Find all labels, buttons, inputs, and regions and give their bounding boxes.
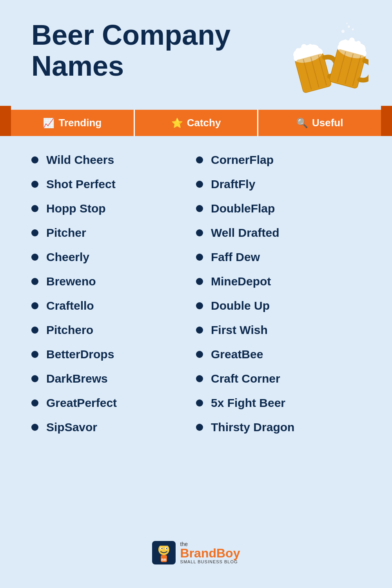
list-item: GreatBee (196, 342, 361, 367)
name-text: Well Drafted (211, 226, 279, 240)
bullet-point (31, 351, 38, 358)
useful-icon: 🔍 (296, 118, 308, 129)
name-text: CornerFlap (211, 153, 274, 167)
tab-bar-wrapper: 📈 Trending ⭐ Catchy 🔍 Useful (0, 106, 392, 136)
list-item: First Wish (196, 318, 361, 342)
list-item: SipSavor (31, 415, 196, 439)
names-section: Wild Cheers Shot Perfect Hopp Stop Pitch… (0, 136, 392, 447)
svg-point-30 (346, 23, 348, 24)
list-item: Cheerly (31, 245, 196, 269)
catchy-icon: ⭐ (171, 118, 183, 129)
name-text: Double Up (211, 299, 270, 312)
name-text: Pitchero (46, 323, 93, 337)
logo-container: BB the BrandBoy SMALL BUSINESS BLOG (152, 541, 240, 564)
list-item: Craft Corner (196, 367, 361, 391)
list-item: Breweno (31, 269, 196, 294)
name-text: DoubleFlap (211, 202, 275, 215)
list-item: Double Up (196, 294, 361, 318)
bullet-point (196, 156, 203, 163)
name-text: SipSavor (46, 421, 97, 434)
bullet-point (196, 254, 203, 261)
list-item: 5x Fight Beer (196, 391, 361, 415)
list-item: MineDepot (196, 269, 361, 294)
bullet-point (31, 424, 38, 431)
svg-point-28 (341, 30, 345, 33)
list-item: CornerFlap (196, 148, 361, 172)
name-text: Craft Corner (211, 372, 280, 385)
bullet-point (31, 254, 38, 261)
trending-icon: 📈 (43, 118, 54, 129)
bullet-point (31, 205, 38, 212)
name-text: Hopp Stop (46, 202, 106, 215)
svg-point-37 (166, 548, 167, 549)
bullet-point (196, 424, 203, 431)
list-item: Pitchero (31, 318, 196, 342)
svg-point-31 (352, 29, 354, 31)
tab-useful-label: Useful (312, 117, 343, 129)
svg-point-29 (348, 25, 350, 28)
list-item: DoubleFlap (196, 196, 361, 221)
tab-catchy[interactable]: ⭐ Catchy (135, 110, 259, 136)
list-item: Faff Dew (196, 245, 361, 269)
accent-right (381, 106, 392, 136)
tab-trending[interactable]: 📈 Trending (11, 110, 135, 136)
name-text: Pitcher (46, 226, 86, 240)
list-item: Shot Perfect (31, 172, 196, 196)
list-item: DraftFly (196, 172, 361, 196)
bullet-point (196, 351, 203, 358)
bullet-point (196, 278, 203, 285)
page-wrapper: Beer Company Names (0, 0, 392, 588)
name-text: Faff Dew (211, 250, 260, 264)
list-item: GreatPerfect (31, 391, 196, 415)
list-item: Pitcher (31, 221, 196, 245)
name-text: DraftFly (211, 178, 255, 191)
name-text: 5x Fight Beer (211, 396, 285, 410)
bullet-point (196, 327, 203, 334)
logo-text: the BrandBoy SMALL BUSINESS BLOG (180, 541, 240, 564)
name-text: Wild Cheers (46, 153, 114, 167)
list-item: Wild Cheers (31, 148, 196, 172)
bullet-point (31, 302, 38, 309)
list-item: Well Drafted (196, 221, 361, 245)
svg-text:BB: BB (161, 558, 166, 562)
beer-mugs-illustration (282, 20, 368, 98)
name-text: DarkBrews (46, 372, 108, 385)
name-text: Shot Perfect (46, 178, 116, 191)
name-text: GreatPerfect (46, 396, 117, 410)
accent-left (0, 106, 11, 136)
page-title: Beer Company Names (31, 20, 230, 82)
tab-trending-label: Trending (58, 117, 102, 129)
left-column: Wild Cheers Shot Perfect Hopp Stop Pitch… (31, 148, 196, 439)
bullet-point (196, 375, 203, 382)
tab-useful[interactable]: 🔍 Useful (258, 110, 381, 136)
name-text: Thirsty Dragon (211, 421, 294, 434)
list-item: Thirsty Dragon (196, 415, 361, 439)
bullet-point (196, 229, 203, 236)
bullet-point (196, 181, 203, 188)
name-text: BetterDrops (46, 348, 114, 361)
title-block: Beer Company Names (31, 20, 230, 82)
bullet-point (31, 399, 38, 407)
bullet-point (196, 399, 203, 407)
name-text: Cheerly (46, 250, 89, 264)
tab-catchy-label: Catchy (187, 117, 221, 129)
bullet-point (196, 302, 203, 309)
brandboy-logo-icon: BB (152, 541, 176, 564)
right-column: CornerFlap DraftFly DoubleFlap Well Draf… (196, 148, 361, 439)
tab-bar: 📈 Trending ⭐ Catchy 🔍 Useful (11, 110, 381, 136)
list-item: Hopp Stop (31, 196, 196, 221)
list-item: Craftello (31, 294, 196, 318)
bullet-point (31, 375, 38, 382)
name-text: First Wish (211, 323, 268, 337)
bullet-point (31, 327, 38, 334)
bullet-point (196, 205, 203, 212)
svg-point-36 (161, 548, 162, 549)
header: Beer Company Names (0, 0, 392, 106)
logo-sub: SMALL BUSINESS BLOG (180, 559, 238, 564)
name-text: MineDepot (211, 275, 271, 288)
name-text: GreatBee (211, 348, 263, 361)
name-text: Breweno (46, 275, 96, 288)
svg-rect-38 (159, 544, 169, 546)
logo-brandname: BrandBoy (180, 547, 240, 559)
bullet-point (31, 229, 38, 236)
